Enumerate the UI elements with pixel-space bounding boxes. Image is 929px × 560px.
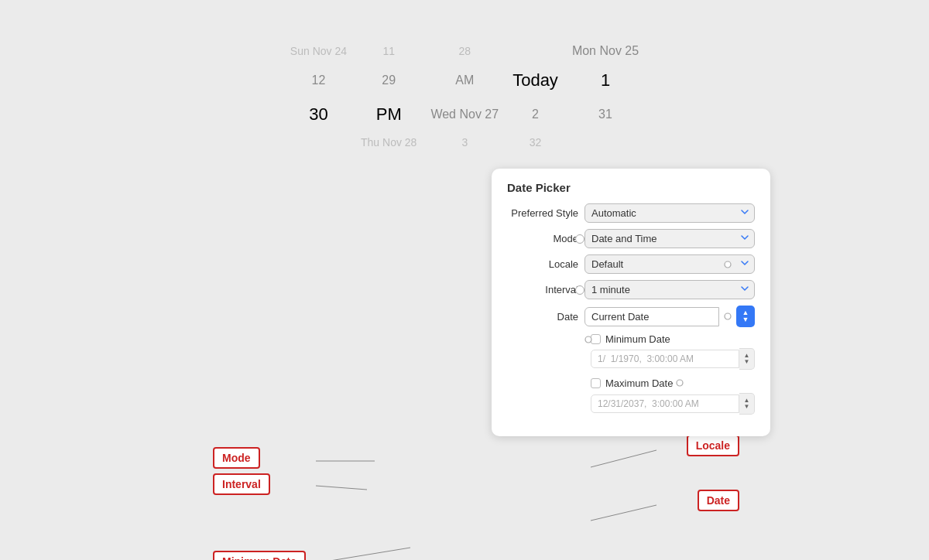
interval-select[interactable]: 1 minute <box>584 280 755 299</box>
picker-date-2: Mon Nov 25 <box>572 39 639 63</box>
picker-min-2: 29 <box>361 68 417 93</box>
preferred-style-select[interactable]: Automatic <box>584 203 755 223</box>
preferred-style-row: Preferred Style Automatic <box>507 203 755 223</box>
maximum-date-stepper[interactable]: ▲ ▼ <box>739 393 755 415</box>
svg-point-6 <box>725 261 731 268</box>
mode-select[interactable]: Date and Time <box>584 229 755 248</box>
date-stepper-down-icon: ▼ <box>742 316 749 323</box>
picker-hour-3: 1 <box>572 63 639 97</box>
mode-label: Mode <box>507 233 584 244</box>
panel-title: Date Picker <box>507 181 755 194</box>
locale-radio-icon <box>724 258 732 271</box>
locale-label: Locale <box>507 258 584 270</box>
maximum-date-stepper-down-icon: ▼ <box>744 404 750 410</box>
picker-hour-1: 11 <box>361 40 417 62</box>
minimum-date-input-row: ▲ ▼ <box>507 348 755 370</box>
maximum-date-label: Maximum Date <box>605 377 673 389</box>
svg-line-3 <box>591 505 656 521</box>
minimum-date-connector-dot <box>584 333 592 347</box>
minimum-date-stepper[interactable]: ▲ ▼ <box>739 348 755 370</box>
picker-min-4: 31 <box>572 102 639 127</box>
page-container: Sun Nov 24 11 28 Mon Nov 25 12 29 AM Tod… <box>0 0 929 560</box>
picker-hour-5: 3 <box>430 131 499 153</box>
date-picker-panel: Date Picker Preferred Style Automatic Mo… <box>492 169 770 436</box>
interval-row: Interval 1 minute <box>507 280 755 299</box>
picker-ampm-3: PM <box>361 97 417 131</box>
date-stepper[interactable]: ▲ ▼ <box>736 306 755 327</box>
interval-select-wrapper[interactable]: 1 minute <box>584 280 755 299</box>
picker-date-4: Wed Nov 27 <box>430 102 499 127</box>
mode-row: Mode Date and Time <box>507 229 755 248</box>
maximum-date-input[interactable] <box>591 394 739 413</box>
interval-label: Interval <box>507 284 584 295</box>
svg-line-4 <box>316 548 410 560</box>
date-label: Date <box>507 311 584 323</box>
annotation-interval: Interval <box>213 473 270 495</box>
mode-radio-dot <box>575 234 584 244</box>
annotation-mode: Mode <box>213 447 260 469</box>
maximum-date-connector-dot <box>676 376 684 390</box>
date-radio-icon <box>724 309 732 323</box>
date-row: Date Current Date ▲ ▼ <box>507 306 755 327</box>
preferred-style-select-wrapper[interactable]: Automatic <box>584 203 755 223</box>
picker-date-3: Today <box>512 63 558 97</box>
svg-point-8 <box>585 336 591 343</box>
minimum-date-stepper-down-icon: ▼ <box>744 359 750 365</box>
svg-line-1 <box>591 450 656 467</box>
main-area: Mode Locale Interval Date Minimum Date M… <box>0 169 929 493</box>
maximum-date-checkbox[interactable] <box>591 378 601 388</box>
maximum-date-input-row: ▲ ▼ <box>507 393 755 415</box>
svg-point-9 <box>677 380 683 386</box>
picker-hour-2: 12 <box>290 68 347 93</box>
picker-date-5: Thu Nov 28 <box>361 131 417 153</box>
annotation-minimum-date: Minimum Date <box>213 551 306 560</box>
svg-point-7 <box>725 313 731 319</box>
mode-select-wrapper[interactable]: Date and Time <box>584 229 755 248</box>
annotation-date: Date <box>698 490 739 511</box>
picker-min-5: 32 <box>512 131 558 153</box>
preferred-style-label: Preferred Style <box>507 207 584 219</box>
picker-min-1: 28 <box>430 40 499 62</box>
interval-radio-dot <box>575 285 584 295</box>
date-control: Current Date ▲ ▼ <box>584 306 755 327</box>
svg-line-2 <box>316 486 367 490</box>
picker-grid: Sun Nov 24 11 28 Mon Nov 25 12 29 AM Tod… <box>290 39 639 153</box>
picker-ampm-2: AM <box>430 68 499 93</box>
connector-lines <box>0 169 929 493</box>
scroll-picker: Sun Nov 24 11 28 Mon Nov 25 12 29 AM Tod… <box>290 39 639 153</box>
picker-min-3: 30 <box>290 97 347 131</box>
annotation-locale: Locale <box>687 435 739 456</box>
locale-row: Locale Default <box>507 254 755 274</box>
minimum-date-checkbox-row: Minimum Date <box>507 333 755 345</box>
picker-hour-4: 2 <box>512 102 558 127</box>
minimum-date-label: Minimum Date <box>605 333 670 345</box>
locale-select-wrapper[interactable]: Default <box>584 254 755 274</box>
picker-date-1: Sun Nov 24 <box>290 40 347 62</box>
date-value-display: Current Date <box>584 307 719 326</box>
maximum-date-checkbox-row: Maximum Date <box>507 376 755 390</box>
minimum-date-input[interactable] <box>591 350 739 368</box>
